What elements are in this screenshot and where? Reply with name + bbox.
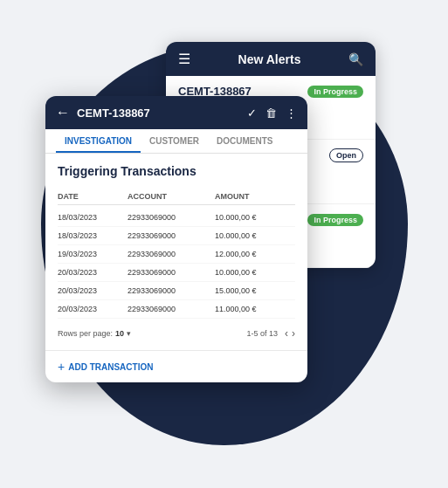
cell-date: 20/03/2023 [58, 305, 128, 313]
cell-date: 20/03/2023 [58, 286, 128, 295]
search-icon[interactable]: 🔍 [348, 52, 363, 66]
tabs-bar: INVESTIGATION CUSTOMER DOCUMENTS [45, 129, 307, 154]
prev-page-button[interactable]: ‹ [285, 327, 288, 340]
table-row: 19/03/2023 22933069000 12.000,00 € [58, 245, 295, 264]
section-title: Triggering Transactions [58, 164, 295, 178]
next-page-button[interactable]: › [292, 327, 295, 340]
cell-amount: 10.000,00 € [215, 268, 285, 277]
cell-account: 22933069000 [128, 250, 215, 258]
cell-amount: 11.000,00 € [215, 305, 285, 313]
rows-per-page-label: Rows per page: 10 ▾ [58, 329, 131, 338]
page-range: 1-5 of 13 [246, 329, 278, 338]
pagination-row: Rows per page: 10 ▾ 1-5 of 13 ‹ › [58, 327, 295, 340]
tab-documents[interactable]: DOCUMENTS [208, 129, 281, 153]
check-icon[interactable]: ✓ [247, 107, 257, 120]
status-badge: In Progress [307, 86, 363, 98]
cell-account: 22933069000 [128, 231, 215, 240]
more-icon[interactable]: ⋮ [286, 107, 297, 120]
table-header-row: Date Account Amount [58, 189, 295, 205]
cell-amount: 12.000,00 € [215, 250, 285, 258]
tab-investigation[interactable]: INVESTIGATION [56, 129, 141, 153]
back-arrow-icon[interactable]: ← [56, 105, 70, 120]
col-account: Account [128, 192, 215, 201]
cell-account: 22933069000 [128, 268, 215, 277]
add-transaction-label: ADD TRANSACTION [68, 362, 153, 372]
table-row: 20/03/2023 22933069000 10.000,00 € [58, 264, 295, 282]
cell-amount: 10.000,00 € [215, 231, 285, 240]
card-body: Triggering Transactions Date Account Amo… [45, 154, 307, 350]
outer-shape: ☰ New Alerts 🔍 CEMT-138867 In Progress A… [0, 0, 448, 488]
cell-account: 22933069000 [128, 305, 215, 313]
hamburger-icon[interactable]: ☰ [178, 51, 190, 67]
chevron-down-icon[interactable]: ▾ [127, 329, 131, 338]
status-badge: Open [329, 148, 363, 162]
cell-account: 22933069000 [128, 213, 215, 222]
rows-count[interactable]: 10 [115, 329, 124, 338]
status-badge: In Progress [307, 214, 363, 226]
plus-icon: + [58, 360, 65, 374]
table-row: 18/03/2023 22933069000 10.000,00 € [58, 209, 295, 227]
cell-date: 20/03/2023 [58, 268, 128, 277]
page-navigation: ‹ › [285, 327, 295, 340]
delete-icon[interactable]: 🗑 [265, 107, 277, 120]
col-date: Date [58, 192, 128, 201]
add-transaction-button[interactable]: + ADD TRANSACTION [58, 360, 153, 374]
header-actions: ✓ 🗑 ⋮ [247, 107, 297, 120]
rows-per-page-text: Rows per page: [58, 329, 113, 338]
tab-customer[interactable]: CUSTOMER [141, 129, 208, 153]
cell-account: 22933069000 [128, 286, 215, 295]
card-footer: + ADD TRANSACTION [45, 350, 307, 382]
investigation-panel: ← CEMT-138867 ✓ 🗑 ⋮ INVESTIGATION CUSTOM… [45, 96, 307, 382]
alerts-title: New Alerts [238, 52, 301, 66]
col-amount: Amount [215, 192, 285, 201]
table-row: 20/03/2023 22933069000 11.000,00 € [58, 300, 295, 319]
alerts-header: ☰ New Alerts 🔍 [166, 42, 376, 76]
transactions-table: Date Account Amount 18/03/2023 229330690… [58, 189, 295, 319]
cell-date: 18/03/2023 [58, 213, 128, 222]
cell-date: 18/03/2023 [58, 231, 128, 240]
investigation-header: ← CEMT-138867 ✓ 🗑 ⋮ [45, 96, 307, 129]
cell-date: 19/03/2023 [58, 250, 128, 258]
table-row: 20/03/2023 22933069000 15.000,00 € [58, 282, 295, 300]
table-row: 18/03/2023 22933069000 10.000,00 € [58, 227, 295, 245]
investigation-title: CEMT-138867 [77, 107, 240, 120]
cell-amount: 15.000,00 € [215, 286, 285, 295]
cell-amount: 10.000,00 € [215, 213, 285, 222]
